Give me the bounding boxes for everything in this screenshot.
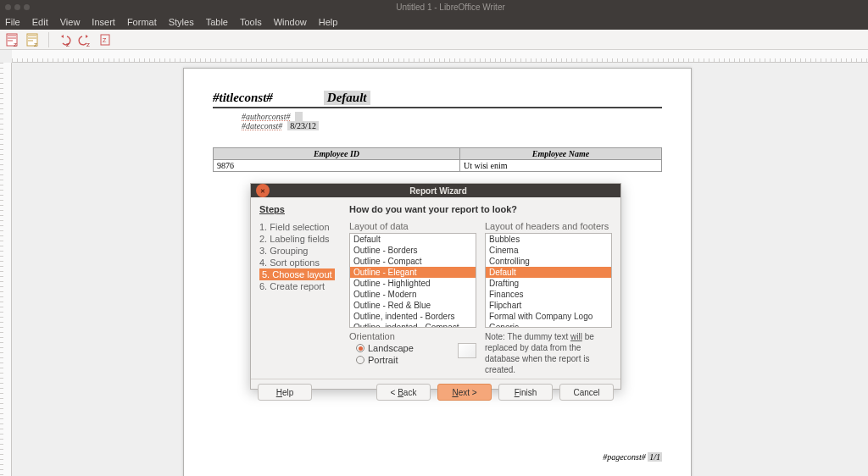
- window-minimize-icon[interactable]: [14, 4, 20, 10]
- list-item[interactable]: Default: [350, 234, 476, 245]
- page-number: 1/1: [648, 452, 662, 462]
- wizard-note: Note: The dummy text will be replaced by…: [485, 331, 612, 375]
- toolbar: z z z z z: [0, 30, 868, 50]
- wizard-footer: Help < Back Next > Finish Cancel: [251, 379, 620, 405]
- help-button[interactable]: Help: [258, 384, 312, 401]
- layout-hf-listbox[interactable]: BubblesCinemaControllingDefaultDraftingF…: [485, 233, 612, 328]
- finish-button[interactable]: Finish: [498, 384, 553, 401]
- steps-heading: Steps: [259, 204, 337, 214]
- author-value: [295, 112, 303, 121]
- list-item[interactable]: Cinema: [486, 245, 611, 256]
- menu-tools[interactable]: Tools: [240, 17, 262, 27]
- menu-view[interactable]: View: [60, 17, 81, 27]
- wizard-step-6[interactable]: 6. Create report: [259, 280, 337, 292]
- horizontal-ruler[interactable]: [12, 50, 868, 63]
- toolbar-icon-undo[interactable]: z: [56, 31, 73, 48]
- cell-employee-name: Ut wisi enim: [459, 160, 661, 172]
- radio-dot-icon: [356, 356, 364, 364]
- svg-text:z: z: [66, 41, 70, 48]
- list-item[interactable]: Bubbles: [486, 234, 611, 245]
- svg-text:z: z: [14, 41, 17, 48]
- toolbar-separator: [48, 32, 49, 47]
- landscape-label: Landscape: [368, 343, 414, 353]
- next-button[interactable]: Next >: [437, 384, 492, 401]
- orientation-label: Orientation: [349, 331, 476, 341]
- report-meta: #authorconst# #dateconst# 8/23/12: [242, 112, 662, 130]
- layout-data-listbox[interactable]: DefaultOutline - BordersOutline - Compac…: [349, 233, 476, 328]
- wizard-step-4[interactable]: 4. Sort options: [259, 257, 337, 268]
- wizard-steps-pane: Steps 1. Field selection2. Labeling fiel…: [251, 197, 346, 379]
- window-title: Untitled 1 - LibreOffice Writer: [38, 3, 863, 12]
- col-header-employee-id: Employee ID: [214, 148, 460, 160]
- portrait-label: Portrait: [368, 355, 398, 365]
- orientation-preview-icon: [458, 343, 476, 358]
- author-placeholder: #authorconst#: [242, 112, 290, 121]
- svg-text:z: z: [86, 41, 90, 48]
- list-item[interactable]: Outline - Borders: [350, 245, 476, 256]
- title-default: Default: [324, 91, 370, 105]
- list-item[interactable]: Outline, indented - Compact: [350, 322, 476, 328]
- date-value: 8/23/12: [287, 121, 319, 130]
- wizard-step-3[interactable]: 3. Grouping: [259, 245, 337, 257]
- menu-file[interactable]: File: [5, 17, 20, 27]
- menu-edit[interactable]: Edit: [32, 17, 48, 27]
- menu-window[interactable]: Window: [274, 17, 307, 27]
- list-item[interactable]: Generic: [486, 322, 611, 328]
- menu-format[interactable]: Format: [127, 17, 157, 27]
- list-item[interactable]: Outline - Compact: [350, 256, 476, 267]
- layout-data-label: Layout of data: [349, 221, 476, 231]
- list-item[interactable]: Outline - Modern: [350, 289, 476, 300]
- svg-text:z: z: [103, 36, 107, 44]
- wizard-titlebar[interactable]: Report Wizard: [251, 184, 620, 197]
- menu-insert[interactable]: Insert: [92, 17, 115, 27]
- wizard-step-2[interactable]: 2. Labeling fields: [259, 233, 337, 245]
- list-item[interactable]: Outline - Elegant: [350, 267, 476, 278]
- list-item[interactable]: Outline - Red & Blue: [350, 300, 476, 311]
- list-item[interactable]: Flipchart: [486, 300, 611, 311]
- menu-styles[interactable]: Styles: [169, 17, 194, 27]
- back-button[interactable]: < Back: [376, 384, 431, 401]
- window-titlebar: Untitled 1 - LibreOffice Writer: [0, 0, 868, 14]
- list-item[interactable]: Drafting: [486, 278, 611, 289]
- report-wizard-dialog: Report Wizard Steps 1. Field selection2.…: [250, 183, 621, 390]
- window-close-icon[interactable]: [5, 4, 11, 10]
- report-title-line: #titleconst# Default: [213, 91, 662, 108]
- page-placeholder: #pageconst#: [603, 452, 646, 462]
- list-item[interactable]: Outline, indented - Borders: [350, 311, 476, 322]
- radio-portrait[interactable]: Portrait: [356, 355, 453, 365]
- cell-employee-id: 9876: [214, 160, 460, 172]
- col-header-employee-name: Employee Name: [459, 148, 661, 160]
- wizard-heading: How do you want your report to look?: [349, 204, 612, 214]
- toolbar-icon-5[interactable]: z: [97, 31, 114, 48]
- cancel-button[interactable]: Cancel: [559, 384, 614, 401]
- wizard-step-1[interactable]: 1. Field selection: [259, 221, 337, 233]
- menubar: File Edit View Insert Format Styles Tabl…: [0, 14, 868, 30]
- list-item[interactable]: Formal with Company Logo: [486, 311, 611, 322]
- layout-hf-label: Layout of headers and footers: [485, 221, 612, 231]
- menu-help[interactable]: Help: [319, 17, 338, 27]
- window-controls[interactable]: [5, 4, 30, 10]
- wizard-close-button[interactable]: [256, 184, 270, 197]
- menu-table[interactable]: Table: [206, 17, 228, 27]
- radio-landscape[interactable]: Landscape: [356, 343, 453, 353]
- wizard-step-5[interactable]: 5. Choose layout: [259, 268, 335, 280]
- list-item[interactable]: Outline - Highlighted: [350, 278, 476, 289]
- window-maximize-icon[interactable]: [24, 4, 30, 10]
- toolbar-icon-redo[interactable]: z: [76, 31, 93, 48]
- toolbar-icon-2[interactable]: z: [25, 31, 42, 48]
- svg-text:z: z: [34, 41, 37, 48]
- vertical-ruler[interactable]: [0, 63, 12, 476]
- report-data-table: Employee ID Employee Name 9876 Ut wisi e…: [213, 147, 662, 172]
- list-item[interactable]: Finances: [486, 289, 611, 300]
- list-item[interactable]: Default: [486, 267, 611, 278]
- table-row: 9876 Ut wisi enim: [214, 160, 662, 172]
- title-placeholder: #titleconst#: [213, 91, 273, 105]
- wizard-layout-panel: How do you want your report to look? Lay…: [346, 197, 620, 379]
- wizard-title: Report Wizard: [275, 186, 602, 196]
- toolbar-icon-1[interactable]: z: [4, 31, 21, 48]
- date-placeholder: #dateconst#: [242, 121, 282, 130]
- list-item[interactable]: Controlling: [486, 256, 611, 267]
- page-footer: #pageconst# 1/1: [603, 452, 662, 462]
- radio-dot-icon: [356, 344, 364, 352]
